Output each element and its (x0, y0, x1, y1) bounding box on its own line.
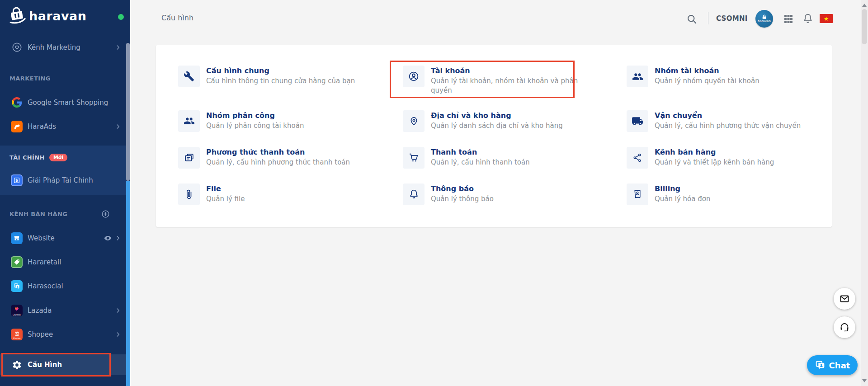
sidebar-item-google-smart-shopping[interactable]: Google Smart Shopping (0, 90, 127, 114)
sidebar-item-label: Website (28, 234, 55, 242)
sidebar-item-label: Google Smart Shopping (28, 99, 108, 107)
settings-item-cau-hinh-chung[interactable]: Cấu hình chung Cấu hình thông tin chung … (178, 66, 403, 95)
sidebar-item-hararetail[interactable]: Hararetail (0, 250, 127, 274)
settings-item-title[interactable]: Thanh toán (431, 148, 530, 156)
sidebar-item-kenh-marketing[interactable]: Kênh Marketing (0, 35, 127, 59)
chevron-right-icon (115, 44, 121, 51)
settings-item-title[interactable]: Vận chuyển (655, 111, 801, 120)
settings-item-van-chuyen[interactable]: Vận chuyển Quản lý, cấu hình phương thức… (627, 110, 823, 132)
settings-item-billing[interactable]: Billing Quản lý hóa đơn (627, 184, 823, 205)
share-icon (627, 147, 648, 169)
settings-item-title[interactable]: Billing (655, 184, 710, 193)
sidebar-item-shopee[interactable]: S Shopee Shopee (0, 322, 127, 346)
chevron-right-icon (115, 123, 121, 130)
settings-item-title[interactable]: Kênh bán hàng (655, 148, 774, 156)
section-title: TÀI CHÍNH (9, 154, 45, 161)
sidebar-item-label: HaraAds (28, 122, 56, 131)
chat-button[interactable]: Chat (807, 355, 858, 375)
settings-item-desc: Quản lý file (206, 194, 245, 204)
settings-item-desc: Quản lý nhóm quyền tài khoản (655, 76, 760, 86)
settings-item-title[interactable]: Nhóm phân công (206, 111, 304, 120)
sidebar-scrollbar-track[interactable] (126, 43, 130, 181)
sidebar-item-label: Hararetail (28, 258, 61, 266)
chat-button-label: Chat (829, 361, 850, 370)
support-button[interactable] (834, 316, 855, 338)
settings-item-phuong-thuc-thanh-toan[interactable]: Phương thức thanh toán Quản lý, cấu hình… (178, 147, 403, 169)
shopee-tile-text: Shopee (11, 338, 23, 340)
haravan-admin-screen: haravan Kênh Marketing MARKETING Google … (0, 0, 868, 386)
sidebar-item-label: Shopee (28, 330, 53, 339)
settings-item-thanh-toan[interactable]: Thanh toán Quản lý, cấu hình thanh toán (403, 147, 627, 169)
settings-item-file[interactable]: File Quản lý file (178, 184, 403, 205)
payment-methods-icon (178, 147, 200, 169)
logo-wordmark: haravan (29, 9, 87, 23)
sidebar-item-label: Lazada (28, 306, 52, 315)
sidebar: haravan Kênh Marketing MARKETING Google … (0, 0, 130, 386)
shopee-icon: S Shopee (11, 329, 23, 340)
chat-icon (815, 360, 826, 371)
vietnam-flag-icon[interactable]: ★ (820, 14, 833, 23)
truck-icon (627, 110, 648, 132)
settings-item-thong-bao[interactable]: Thông báo Quản lý thông báo (403, 184, 627, 205)
add-sales-channel-button[interactable] (101, 210, 110, 218)
sidebar-item-website[interactable]: Website (0, 226, 127, 250)
svg-text:S: S (16, 333, 18, 335)
sidebar-item-harasocial[interactable]: Harasocial (0, 274, 127, 298)
cart-icon (403, 147, 425, 169)
lazada-tile-text: Lazada (11, 314, 23, 316)
eye-icon[interactable] (104, 234, 112, 242)
website-icon (11, 232, 23, 244)
wrench-icon (178, 66, 200, 87)
notifications-bell-icon[interactable] (802, 13, 814, 24)
scrollbar-thumb[interactable] (862, 9, 867, 44)
sidebar-scrollbar-thumb[interactable] (126, 181, 130, 386)
settings-item-title[interactable]: Thông báo (431, 184, 494, 193)
sidebar-item-giai-phap-tai-chinh[interactable]: $ Giải Pháp Tài Chính (0, 168, 127, 192)
settings-item-title[interactable]: Cấu hình chung (206, 66, 355, 75)
settings-item-nhom-tai-khoan[interactable]: Nhóm tài khoản Quản lý nhóm quyền tài kh… (627, 66, 823, 95)
settings-item-title[interactable]: Phương thức thanh toán (206, 148, 350, 156)
apps-grid-icon[interactable] (783, 14, 794, 24)
search-icon[interactable] (685, 13, 698, 25)
sidebar-section-tai-chinh: TÀI CHÍNH Mới (0, 149, 127, 165)
scroll-down-arrow[interactable] (862, 379, 867, 382)
topbar-divider (708, 12, 708, 24)
settings-item-nhom-phan-cong[interactable]: Nhóm phân công Quản lý phân công tài kho… (178, 110, 403, 132)
sidebar-section-marketing: MARKETING (0, 71, 127, 86)
google-icon (11, 97, 23, 108)
settings-item-title[interactable]: File (206, 184, 245, 193)
haravan-logo[interactable]: haravan (7, 5, 87, 26)
scroll-up-arrow[interactable] (862, 4, 867, 7)
user-group-icon (178, 110, 200, 132)
headset-icon (839, 322, 850, 333)
sidebar-item-cau-hinh[interactable]: Cấu Hình (0, 354, 127, 375)
settings-item-desc: Quản lý, cấu hình thanh toán (431, 158, 530, 167)
sidebar-section-tai-chinh-block: TÀI CHÍNH Mới $ Giải Pháp Tài Chính (0, 146, 130, 195)
sidebar-item-label: Kênh Marketing (28, 43, 80, 52)
settings-item-title[interactable]: Nhóm tài khoản (655, 66, 760, 75)
haravan-bag-icon (7, 5, 27, 26)
mail-icon (839, 293, 850, 304)
page-scrollbar[interactable] (861, 0, 868, 386)
user-group-icon (627, 66, 648, 87)
settings-card: Cấu hình chung Cấu hình thông tin chung … (156, 45, 832, 227)
account-name[interactable]: CSOMNI (716, 14, 748, 23)
haraads-icon (11, 121, 23, 132)
chevron-right-icon (115, 235, 121, 241)
paperclip-icon (178, 184, 200, 205)
avatar[interactable]: haravan (755, 10, 773, 28)
settings-item-dia-chi-kho-hang[interactable]: Địa chỉ và kho hàng Quản lý danh sách đị… (403, 110, 627, 132)
settings-item-kenh-ban-hang[interactable]: Kênh bán hàng Quản lý và thiết lập kênh … (627, 147, 823, 169)
sidebar-item-haraads[interactable]: HaraAds (0, 114, 127, 138)
settings-grid: Cấu hình chung Cấu hình thông tin chung … (156, 45, 832, 205)
sidebar-item-lazada[interactable]: Lazada Lazada (0, 298, 127, 322)
bell-icon (403, 184, 425, 205)
mail-button[interactable] (834, 288, 855, 310)
section-title: KÊNH BÁN HÀNG (9, 211, 67, 217)
svg-text:$: $ (15, 178, 18, 183)
chevron-right-icon (115, 331, 121, 338)
new-badge: Mới (49, 154, 67, 161)
settings-item-title[interactable]: Địa chỉ và kho hàng (431, 111, 563, 120)
settings-item-tai-khoan[interactable]: Tài khoản Quản lý tài khoản, nhóm tài kh… (403, 66, 627, 95)
settings-item-title[interactable]: Tài khoản (431, 66, 593, 75)
